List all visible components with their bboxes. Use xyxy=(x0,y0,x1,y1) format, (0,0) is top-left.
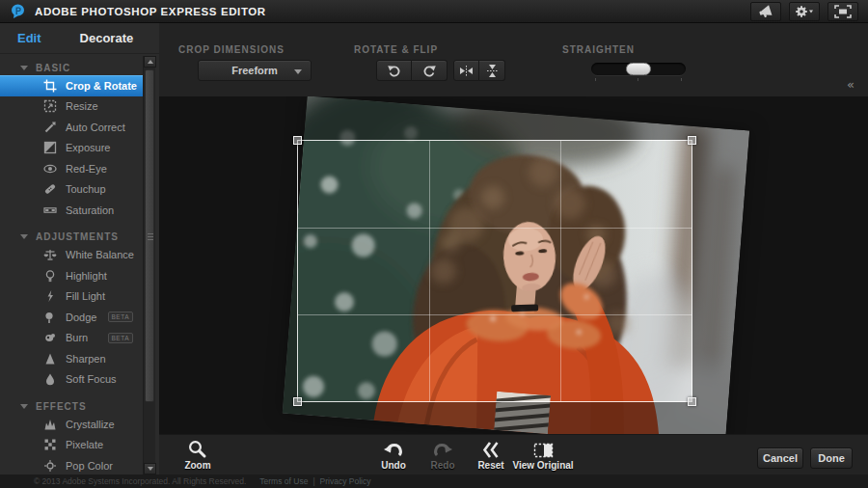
flip-horizontal-button[interactable] xyxy=(453,60,479,81)
section-collapse-icon xyxy=(20,66,28,70)
sidebar-item-fill-light[interactable]: Fill Light xyxy=(0,286,143,308)
link-separator: | xyxy=(312,476,314,486)
crop-handle-bottom-right[interactable] xyxy=(688,397,696,406)
fullscreen-button[interactable] xyxy=(827,2,858,21)
sidebar-item-pixelate[interactable]: Pixelate xyxy=(0,435,143,456)
sidebar-item-soft-focus[interactable]: Soft Focus xyxy=(0,369,143,391)
rotate-left-button[interactable] xyxy=(376,60,412,81)
straighten-slider[interactable] xyxy=(591,63,686,75)
sharpen-icon xyxy=(42,351,57,366)
crop-options-bar: CROP DIMENSIONS Freeform ROTATE & FLIP S… xyxy=(159,23,868,96)
sidebar-item-pop-color[interactable]: Pop Color xyxy=(0,455,143,474)
section-collapse-icon xyxy=(20,404,28,409)
magnifier-icon xyxy=(188,440,207,459)
editing-canvas[interactable] xyxy=(159,96,868,434)
sidebar-item-label: Red-Eye xyxy=(66,163,107,175)
scales-icon xyxy=(42,248,57,262)
rotate-flip-label: ROTATE & FLIP xyxy=(354,44,438,55)
title-bar: ADOBE PHOTOSHOP EXPRESS EDITOR xyxy=(0,0,868,23)
sidebar-item-label: Resize xyxy=(66,100,98,112)
done-button[interactable]: Done xyxy=(810,447,853,469)
sidebar-item-auto-correct[interactable]: Auto Correct xyxy=(0,117,143,138)
left-panel: Edit Decorate BASIC Crop & Rotate Resize… xyxy=(0,23,159,474)
crop-region[interactable] xyxy=(297,140,692,402)
sidebar-item-red-eye[interactable]: Red-Eye xyxy=(0,158,143,179)
sidebar-item-dodge[interactable]: Dodge BETA xyxy=(0,307,143,328)
sidebar-item-exposure[interactable]: Exposure xyxy=(0,138,143,159)
collapse-panel-icon[interactable]: « xyxy=(847,77,854,92)
bandage-icon xyxy=(42,182,57,197)
straighten-slider-thumb[interactable] xyxy=(626,63,651,75)
tools-list: BASIC Crop & Rotate Resize Auto Correct … xyxy=(0,54,143,474)
sidebar-item-white-balance[interactable]: White Balance xyxy=(0,245,143,266)
grid-line xyxy=(560,141,561,401)
flip-vertical-icon xyxy=(486,64,499,78)
zoom-tool[interactable]: Zoom xyxy=(171,439,225,471)
straighten-label: STRAIGHTEN xyxy=(562,44,635,55)
beta-badge: BETA xyxy=(108,312,134,322)
section-label: BASIC xyxy=(36,63,70,73)
sidebar-item-label: Touchup xyxy=(66,183,106,195)
flip-buttons xyxy=(453,60,505,81)
cancel-button[interactable]: Cancel xyxy=(757,447,803,469)
megaphone-icon xyxy=(758,5,773,18)
up-arrow-icon xyxy=(148,60,153,64)
app-title: ADOBE PHOTOSHOP EXPRESS EDITOR xyxy=(35,6,266,17)
sidebar-item-burn[interactable]: Burn BETA xyxy=(0,328,143,349)
scroll-up-button[interactable] xyxy=(144,56,156,68)
pixelate-icon xyxy=(42,438,57,452)
section-basic[interactable]: BASIC xyxy=(0,60,143,75)
sidebar-item-label: Dodge xyxy=(66,312,96,323)
copyright-text: © 2013 Adobe Systems Incorporated. All R… xyxy=(34,476,246,486)
sidebar-item-label: Fill Light xyxy=(66,290,105,302)
beta-badge: BETA xyxy=(108,333,134,343)
gear-icon xyxy=(795,5,814,18)
scroll-down-button[interactable] xyxy=(144,463,156,474)
sidebar-item-saturation[interactable]: Saturation xyxy=(0,200,143,221)
section-label: EFFECTS xyxy=(36,401,87,412)
crop-handle-top-right[interactable] xyxy=(688,136,696,145)
sidebar-item-sharpen[interactable]: Sharpen xyxy=(0,348,143,369)
terms-of-use-link[interactable]: Terms of Use xyxy=(259,476,308,486)
scrollbar-thumb[interactable] xyxy=(145,69,154,402)
redo-tool[interactable]: Redo xyxy=(416,439,470,471)
sidebar-item-resize[interactable]: Resize xyxy=(0,96,143,118)
section-collapse-icon xyxy=(20,234,28,239)
sidebar-item-label: Burn xyxy=(66,332,88,343)
wand-icon xyxy=(42,120,57,134)
mode-tabs: Edit Decorate xyxy=(0,23,159,54)
undo-label: Undo xyxy=(366,460,420,471)
section-effects[interactable]: EFFECTS xyxy=(0,398,143,414)
crop-handle-top-left[interactable] xyxy=(293,136,302,145)
flip-vertical-button[interactable] xyxy=(479,60,505,81)
crop-dimensions-dropdown[interactable]: Freeform xyxy=(198,60,312,81)
sidebar-item-crystallize[interactable]: Crystallize xyxy=(0,414,143,435)
sidebar-item-crop-rotate[interactable]: Crop & Rotate xyxy=(0,75,143,96)
sidebar-item-highlight[interactable]: Highlight xyxy=(0,265,143,286)
down-arrow-icon xyxy=(148,467,153,471)
privacy-policy-link[interactable]: Privacy Policy xyxy=(320,476,371,486)
undo-tool[interactable]: Undo xyxy=(366,439,420,471)
settings-button[interactable] xyxy=(789,2,820,21)
section-adjustments[interactable]: ADJUSTMENTS xyxy=(0,230,143,245)
view-original-label: View Original xyxy=(506,460,580,471)
view-original-tool[interactable]: View Original xyxy=(506,439,580,471)
sidebar-scrollbar[interactable] xyxy=(143,56,155,474)
tab-decorate[interactable]: Decorate xyxy=(80,31,134,45)
tab-edit[interactable]: Edit xyxy=(17,31,41,45)
footer: © 2013 Adobe Systems Incorporated. All R… xyxy=(0,474,868,488)
resize-icon xyxy=(42,99,57,114)
crop-handle-bottom-left[interactable] xyxy=(293,397,302,406)
crop-icon xyxy=(42,79,57,94)
sidebar-item-label: Auto Correct xyxy=(66,122,125,133)
dodge-icon xyxy=(42,310,57,324)
announcements-button[interactable] xyxy=(750,2,781,21)
bottom-toolbar: Zoom Undo Redo Reset View Original Cance… xyxy=(159,434,868,474)
sidebar-item-touchup[interactable]: Touchup xyxy=(0,179,143,201)
chevron-down-icon xyxy=(294,69,302,74)
sidebar-item-label: Pixelate xyxy=(66,439,103,450)
redo-label: Redo xyxy=(416,460,470,471)
rotate-right-button[interactable] xyxy=(412,60,448,81)
photoshop-express-logo-icon xyxy=(10,3,26,19)
sidebar-item-label: Highlight xyxy=(66,270,107,282)
